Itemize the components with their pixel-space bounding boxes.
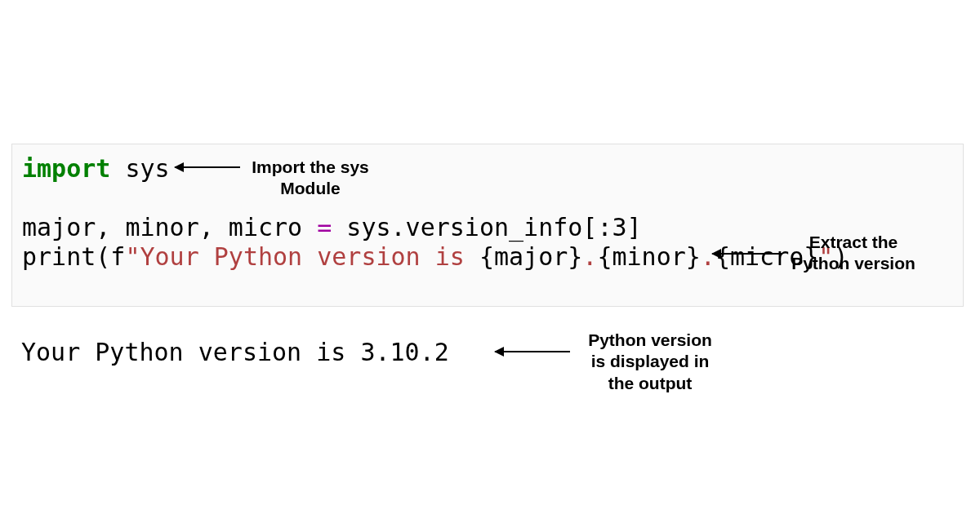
annotation-import-l1: Import the sys — [252, 157, 369, 176]
annotation-output-l3: the output — [608, 374, 693, 392]
slice-close: ] — [627, 213, 642, 241]
annotation-extract-l1: Extract the — [809, 233, 898, 251]
arrow-icon — [175, 166, 240, 168]
keyword-import: import — [22, 154, 110, 183]
annotation-output-l2: is displayed in — [591, 352, 710, 370]
fstring-text: "Your Python version is — [125, 242, 479, 271]
annotation-import: Import the sys Module — [245, 157, 376, 200]
arrow-icon — [495, 351, 570, 352]
code-block: import sys major, minor, micro = sys.ver… — [11, 144, 964, 307]
brace-major: {major} — [479, 242, 582, 271]
annotation-import-l2: Module — [280, 179, 341, 197]
dot1: . — [582, 242, 597, 271]
paren-open: (f — [96, 242, 125, 271]
equals-op: = — [317, 213, 332, 241]
brace-minor: {minor} — [597, 242, 700, 271]
module-sys: sys — [110, 154, 169, 183]
annotation-output: Python version is displayed in the outpu… — [577, 330, 724, 394]
print-call: print — [22, 242, 96, 271]
annotation-output-l1: Python version — [588, 330, 712, 349]
annotation-extract: Extract the Python version — [784, 232, 923, 275]
slice-num: 3 — [612, 213, 626, 241]
tuple-lhs: major, minor, micro — [22, 213, 317, 241]
output-line: Your Python version is 3.10.2 — [21, 338, 449, 367]
arrow-icon — [712, 253, 782, 255]
annotation-extract-l2: Python version — [791, 254, 915, 273]
version-info-rhs: sys.version_info[: — [332, 213, 612, 241]
